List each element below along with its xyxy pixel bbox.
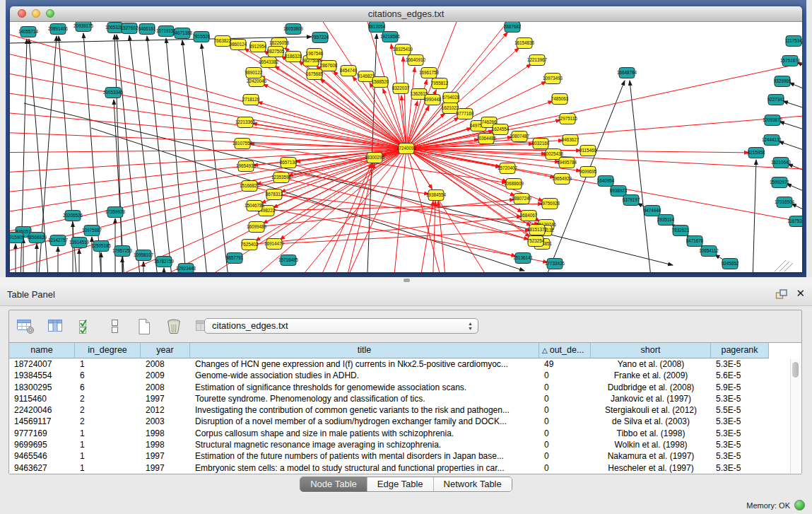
graph-node[interactable]: 15720407 (498, 163, 518, 174)
graph-node[interactable]: 20053346 (103, 88, 124, 98)
graph-node[interactable]: 3915909 (10, 233, 25, 243)
graph-node[interactable]: 10958107 (134, 250, 154, 261)
vertical-scrollbar[interactable] (790, 359, 801, 473)
graph-node[interactable]: 1588520 (372, 77, 389, 88)
graph-node[interactable]: 8215958 (748, 148, 765, 158)
graph-node[interactable]: 12444131 (762, 135, 782, 146)
graph-node[interactable]: 9245652 (722, 259, 739, 269)
graph-node[interactable]: 8990448 (424, 95, 442, 105)
tab-node-table[interactable]: Node Table (300, 477, 367, 491)
graph-node[interactable]: 17957253 (112, 246, 133, 257)
close-panel-icon[interactable]: ✕ (796, 287, 805, 300)
table-row[interactable]: 1830029562008Estimation of significance … (9, 382, 801, 393)
graph-node[interactable]: 2887682 (504, 22, 522, 33)
float-panel-icon[interactable] (775, 288, 788, 300)
table-row[interactable]: 2242004622012Investigating the contribut… (9, 404, 801, 416)
graph-node[interactable]: 16648784 (617, 68, 637, 78)
graph-node[interactable]: 13914519 (69, 238, 90, 248)
graph-node[interactable]: 16154838 (514, 38, 535, 49)
graph-node[interactable]: 9699695 (579, 167, 597, 177)
split-divider[interactable] (0, 277, 812, 284)
graph-node[interactable]: 1624554 (492, 124, 510, 135)
graph-node[interactable]: 12975115 (558, 114, 577, 124)
graph-node[interactable]: 6466161 (139, 24, 156, 35)
graph-node[interactable]: 16640910 (406, 55, 426, 66)
table-row[interactable]: 1872400712008Changes of HCN gene express… (9, 358, 801, 370)
graph-node[interactable]: 10975887 (82, 226, 102, 236)
graph-node[interactable]: 20206526 (63, 211, 83, 221)
graph-node[interactable]: 16543382 (259, 57, 279, 68)
graph-node[interactable]: 10654112 (699, 246, 719, 257)
graph-node[interactable]: 14055714 (18, 27, 39, 37)
table-row[interactable]: 1456911722003Disruption of a novel membe… (9, 416, 801, 427)
graph-node[interactable]: 9860124 (230, 40, 247, 50)
graph-node[interactable]: 19654933 (236, 161, 257, 172)
graph-node[interactable]: 18325419 (393, 45, 413, 55)
graph-node[interactable]: 7857224 (312, 33, 329, 43)
graph-node[interactable]: 7832621 (672, 226, 690, 236)
table-row[interactable]: 911546021997Tourette syndrome. Phenomeno… (9, 393, 801, 404)
graph-node[interactable]: 19756928 (540, 199, 560, 209)
graph-node[interactable]: 1967546 (306, 49, 324, 59)
graph-node[interactable]: 1117534 (785, 36, 802, 47)
graph-node[interactable]: 1527602 (121, 23, 139, 34)
delete-trash-button[interactable] (163, 316, 184, 337)
graph-node[interactable]: 8471676 (686, 236, 704, 247)
graph-node[interactable]: 8186328 (285, 52, 302, 62)
graph-node[interactable]: 10688609 (504, 179, 524, 189)
graph-node[interactable]: 16099489 (247, 222, 267, 233)
graph-node[interactable]: 7485063 (551, 94, 569, 105)
new-table-button[interactable] (134, 316, 155, 337)
graph-node[interactable]: 12505185 (91, 241, 112, 252)
row-selection-button[interactable] (104, 316, 125, 337)
graph-node[interactable]: 12093872 (763, 115, 783, 126)
graph-node[interactable]: 17016504 (775, 197, 795, 208)
graph-node[interactable]: 2935114 (657, 215, 675, 226)
tab-network-table[interactable]: Network Table (433, 477, 512, 491)
graph-node[interactable]: 15716485 (278, 255, 299, 266)
table-row[interactable]: 946362711997Embryonic stem cells: a mode… (9, 462, 801, 474)
graph-node[interactable]: 16053809 (283, 24, 304, 35)
graph-node[interactable]: 8322037 (392, 83, 410, 94)
graph-node[interactable]: 1640954 (597, 176, 615, 187)
column-header-short[interactable]: short (591, 343, 711, 358)
graph-node[interactable]: 15046786 (245, 201, 265, 211)
graph-node[interactable]: 9827505 (267, 47, 285, 57)
graph-node[interactable]: 8657130 (280, 158, 298, 168)
graph-node[interactable]: 18807249 (512, 194, 532, 204)
graph-node[interactable]: 7625402 (241, 240, 259, 250)
graph-node[interactable]: 12213967 (527, 55, 548, 66)
graph-node[interactable]: 15751874 (780, 56, 801, 66)
graph-node[interactable]: 20891406 (48, 24, 69, 35)
graph-node[interactable]: 17240091 (396, 144, 417, 154)
graph-node[interactable]: 19654923 (552, 174, 572, 185)
close-window-button[interactable] (18, 9, 26, 18)
graph-node[interactable]: 16210643 (771, 158, 792, 168)
network-window-titlebar[interactable]: citations_edges.txt (10, 6, 802, 22)
network-canvas[interactable]: 1405571420891406209391751065328715276026… (10, 22, 802, 272)
graph-node[interactable]: 19384554 (426, 190, 447, 201)
scrollbar-thumb[interactable] (792, 362, 799, 378)
minimize-window-button[interactable] (32, 9, 40, 18)
graph-node[interactable]: 20939175 (73, 22, 94, 32)
graph-node[interactable]: 16914479 (264, 239, 285, 250)
graph-node[interactable]: 9463627 (562, 135, 579, 146)
graph-node[interactable]: 1675685 (306, 69, 324, 80)
graph-node[interactable]: 14671388 (172, 28, 193, 39)
graph-node[interactable]: 9115460 (579, 146, 597, 156)
citation-graph[interactable]: 1405571420891406209391751065328715276026… (10, 22, 802, 272)
graph-node[interactable]: 18107554 (233, 139, 253, 149)
graph-node[interactable]: 19495784 (557, 158, 577, 168)
graph-node[interactable]: 12142757 (48, 235, 69, 246)
graph-node[interactable]: 2867608 (320, 61, 338, 71)
graph-node[interactable]: 8678312 (266, 189, 283, 200)
split-divider-handle[interactable] (404, 279, 410, 282)
column-header-name[interactable]: name (9, 343, 75, 358)
graph-node[interactable]: 18151372 (527, 225, 548, 235)
table-row[interactable]: 969969511998Structural magnetic resonanc… (9, 439, 801, 450)
select-all-checks-button[interactable] (74, 316, 95, 337)
graph-node[interactable]: 7815526 (193, 32, 211, 42)
graph-node[interactable]: 9890122 (245, 68, 263, 78)
graph-node[interactable]: 8454749 (340, 66, 358, 76)
graph-node[interactable]: 19218586 (380, 32, 401, 42)
